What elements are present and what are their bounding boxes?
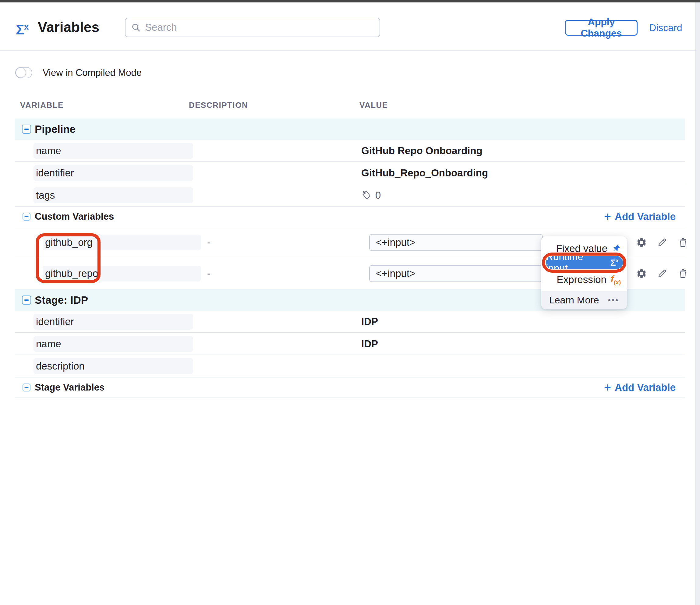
variable-label-chip: name	[33, 143, 193, 159]
plus-icon: +	[604, 212, 611, 221]
variable-description: -	[207, 268, 210, 279]
column-header-value: VALUE	[359, 101, 388, 110]
search-input[interactable]	[145, 22, 374, 33]
ellipsis-icon: •••	[608, 296, 619, 305]
menu-item-label: Runtime input	[546, 251, 606, 274]
menu-item-label: Expression	[557, 274, 606, 285]
plus-icon: +	[604, 383, 611, 392]
collapse-minus-icon[interactable]	[23, 212, 30, 221]
settings-gear-icon[interactable]	[636, 268, 647, 279]
variable-description: -	[207, 237, 210, 248]
apply-changes-button[interactable]: Apply Changes	[565, 20, 638, 36]
add-variable-label: Add Variable	[615, 382, 676, 393]
edit-pencil-icon[interactable]	[657, 268, 668, 279]
search-icon	[131, 23, 141, 32]
discard-button[interactable]: Discard	[649, 20, 682, 36]
compiled-mode-row: View in Compiled Mode	[15, 67, 142, 78]
scrollbar-track[interactable]	[695, 2, 700, 605]
subsection-row-stage-variables: Stage Variables + Add Variable	[15, 377, 685, 398]
collapse-minus-icon[interactable]	[22, 125, 31, 134]
variable-label: github_repo	[45, 268, 98, 279]
expression-fx-icon: f(x)	[611, 274, 621, 286]
variable-name-chip[interactable]: github_repo	[43, 266, 201, 281]
row-stage-name: name IDP	[15, 333, 685, 355]
row-pipeline-name: name GitHub Repo Onboarding	[15, 140, 685, 162]
row-pipeline-identifier: identifier GitHub_Repo_Onboarding	[15, 162, 685, 184]
window-top-strip	[0, 0, 700, 2]
variable-name-chip[interactable]: github_org	[43, 234, 201, 250]
compiled-mode-label: View in Compiled Mode	[43, 67, 142, 78]
collapse-minus-icon[interactable]	[23, 383, 30, 392]
row-stage-identifier: identifier IDP	[15, 311, 685, 333]
learn-more-label: Learn More	[549, 295, 599, 306]
variable-value: IDP	[361, 338, 378, 350]
variable-value: IDP	[361, 316, 378, 327]
variable-label: identifier	[36, 167, 74, 179]
add-variable-button[interactable]: + Add Variable	[604, 382, 676, 393]
variables-panel: Σx Variables Apply Changes Discard View …	[0, 0, 700, 605]
edit-pencil-icon[interactable]	[657, 237, 668, 248]
value-type-menu: Fixed value Runtime input Σx Expression …	[541, 236, 627, 309]
runtime-input-field[interactable]: <+input>	[369, 234, 543, 251]
variable-label-chip: identifier	[33, 314, 193, 330]
runtime-input-field[interactable]: <+input>	[369, 265, 543, 282]
delete-trash-icon[interactable]	[677, 268, 689, 279]
collapse-minus-icon[interactable]	[22, 296, 31, 305]
pin-icon	[612, 244, 621, 253]
variables-sigma-icon: Σx	[16, 19, 29, 37]
variable-label: tags	[36, 190, 55, 201]
panel-header: Σx Variables Apply Changes Discard	[0, 2, 700, 51]
settings-gear-icon[interactable]	[636, 237, 647, 248]
add-variable-button[interactable]: + Add Variable	[604, 211, 676, 222]
row-pipeline-tags: tags 0	[15, 184, 685, 206]
section-title-pipeline: Pipeline	[35, 123, 76, 135]
menu-item-expression[interactable]: Expression f(x)	[557, 272, 621, 287]
subsection-row-custom-variables: Custom Variables + Add Variable	[15, 206, 685, 227]
subsection-title-stage-variables: Stage Variables	[35, 382, 104, 393]
input-value: <+input>	[376, 268, 415, 279]
toggle-knob	[16, 68, 26, 77]
section-row-pipeline: Pipeline	[15, 119, 685, 140]
variable-label: identifier	[36, 316, 74, 327]
menu-item-runtime-input[interactable]: Runtime input Σx	[546, 256, 623, 269]
variable-value: GitHub Repo Onboarding	[361, 145, 482, 157]
variable-label: name	[36, 145, 61, 157]
runtime-sigma-icon: Σx	[610, 257, 619, 268]
variable-label: github_org	[45, 237, 93, 248]
row-actions	[636, 268, 689, 279]
subsection-title-custom-variables: Custom Variables	[35, 211, 114, 222]
row-actions	[636, 237, 689, 248]
compiled-mode-toggle[interactable]	[15, 67, 32, 78]
tag-icon	[361, 190, 372, 200]
add-variable-label: Add Variable	[615, 211, 676, 222]
variable-label: name	[36, 338, 61, 350]
column-header-variable: VARIABLE	[20, 101, 64, 110]
variable-label: description	[36, 360, 85, 372]
variable-label-chip: description	[33, 358, 193, 374]
tags-count: 0	[375, 190, 381, 201]
delete-trash-icon[interactable]	[677, 237, 689, 248]
row-stage-description: description	[15, 355, 685, 377]
input-value: <+input>	[376, 237, 415, 248]
section-title-stage-idp: Stage: IDP	[35, 294, 88, 306]
variable-value: GitHub_Repo_Onboarding	[361, 167, 488, 179]
table-header-row: VARIABLE DESCRIPTION VALUE	[15, 101, 685, 113]
tags-value: 0	[361, 190, 381, 201]
variable-label-chip: identifier	[33, 165, 193, 181]
variable-label-chip: tags	[33, 187, 193, 203]
variable-label-chip: name	[33, 336, 193, 352]
menu-footer-learn-more[interactable]: Learn More •••	[541, 291, 627, 309]
page-title: Variables	[38, 19, 99, 36]
column-header-description: DESCRIPTION	[189, 101, 248, 110]
search-box[interactable]	[125, 18, 380, 37]
